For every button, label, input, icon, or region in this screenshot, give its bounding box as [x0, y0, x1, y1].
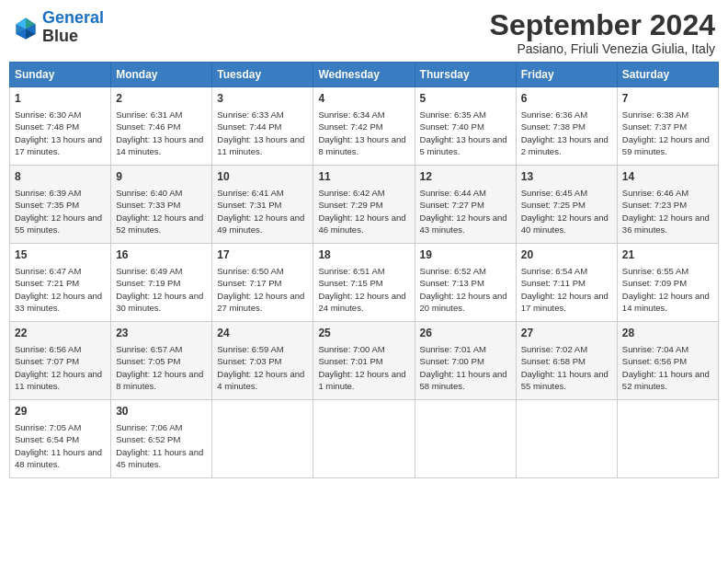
day-number: 29 — [15, 404, 106, 419]
day-info: Sunrise: 6:40 AMSunset: 7:33 PMDaylight:… — [116, 187, 207, 236]
calendar-day-cell: 7Sunrise: 6:38 AMSunset: 7:37 PMDaylight… — [617, 87, 718, 166]
day-number: 24 — [217, 326, 308, 341]
calendar-day-cell: 8Sunrise: 6:39 AMSunset: 7:35 PMDaylight… — [10, 166, 111, 244]
day-number: 17 — [217, 247, 308, 263]
day-info: Sunrise: 6:50 AMSunset: 7:17 PMDaylight:… — [217, 265, 308, 314]
calendar-day-cell: 2Sunrise: 6:31 AMSunset: 7:46 PMDaylight… — [111, 87, 212, 166]
calendar-day-cell: 30Sunrise: 7:06 AMSunset: 6:52 PMDayligh… — [111, 400, 212, 478]
day-info: Sunrise: 6:42 AMSunset: 7:29 PMDaylight:… — [318, 187, 409, 236]
calendar-day-cell: 23Sunrise: 6:57 AMSunset: 7:05 PMDayligh… — [111, 322, 212, 400]
day-number: 15 — [15, 247, 106, 263]
day-info: Sunrise: 6:31 AMSunset: 7:46 PMDaylight:… — [116, 109, 207, 157]
calendar-day-cell: 4Sunrise: 6:34 AMSunset: 7:42 PMDaylight… — [313, 87, 415, 166]
calendar-day-cell — [313, 400, 415, 478]
day-number: 18 — [318, 247, 409, 263]
day-info: Sunrise: 6:49 AMSunset: 7:19 PMDaylight:… — [116, 265, 207, 314]
calendar-day-cell: 6Sunrise: 6:36 AMSunset: 7:38 PMDaylight… — [516, 87, 617, 166]
logo-icon — [13, 15, 39, 40]
calendar-body: 1Sunrise: 6:30 AMSunset: 7:48 PMDaylight… — [10, 87, 719, 478]
day-number: 26 — [420, 326, 511, 341]
header: General Blue September 2024 Pasiano, Fri… — [9, 9, 719, 56]
day-info: Sunrise: 6:33 AMSunset: 7:44 PMDaylight:… — [217, 109, 308, 157]
calendar-header-row: SundayMondayTuesdayWednesdayThursdayFrid… — [10, 63, 719, 87]
calendar-day-cell: 16Sunrise: 6:49 AMSunset: 7:19 PMDayligh… — [111, 244, 212, 322]
day-number: 7 — [622, 91, 713, 107]
day-number: 12 — [420, 169, 511, 185]
logo: General Blue — [13, 9, 104, 46]
day-info: Sunrise: 6:38 AMSunset: 7:37 PMDaylight:… — [622, 109, 713, 157]
calendar-header-cell: Tuesday — [212, 63, 313, 87]
calendar-week-row: 8Sunrise: 6:39 AMSunset: 7:35 PMDaylight… — [10, 166, 719, 244]
calendar-header-cell: Saturday — [617, 63, 718, 87]
calendar-table: SundayMondayTuesdayWednesdayThursdayFrid… — [9, 62, 719, 478]
day-info: Sunrise: 6:45 AMSunset: 7:25 PMDaylight:… — [521, 187, 612, 236]
day-number: 25 — [318, 326, 409, 341]
day-number: 5 — [420, 91, 511, 107]
calendar-day-cell: 21Sunrise: 6:55 AMSunset: 7:09 PMDayligh… — [617, 244, 718, 322]
calendar-day-cell: 25Sunrise: 7:00 AMSunset: 7:01 PMDayligh… — [313, 322, 415, 400]
day-info: Sunrise: 7:02 AMSunset: 6:58 PMDaylight:… — [521, 343, 612, 392]
calendar-day-cell — [617, 400, 718, 478]
calendar-day-cell — [516, 400, 617, 478]
day-number: 14 — [622, 169, 713, 185]
calendar-week-row: 15Sunrise: 6:47 AMSunset: 7:21 PMDayligh… — [10, 244, 719, 322]
day-info: Sunrise: 6:54 AMSunset: 7:11 PMDaylight:… — [521, 265, 612, 314]
day-number: 28 — [622, 326, 713, 341]
day-number: 21 — [622, 247, 713, 263]
day-number: 20 — [521, 247, 612, 263]
day-info: Sunrise: 6:30 AMSunset: 7:48 PMDaylight:… — [15, 109, 106, 157]
calendar-header-cell: Friday — [516, 63, 617, 87]
calendar-day-cell: 29Sunrise: 7:05 AMSunset: 6:54 PMDayligh… — [10, 400, 111, 478]
location-title: Pasiano, Friuli Venezia Giulia, Italy — [490, 41, 715, 56]
day-number: 3 — [217, 91, 308, 107]
day-info: Sunrise: 6:41 AMSunset: 7:31 PMDaylight:… — [217, 187, 308, 236]
title-block: September 2024 Pasiano, Friuli Venezia G… — [490, 9, 715, 56]
day-number: 6 — [521, 91, 612, 107]
day-number: 27 — [521, 326, 612, 341]
calendar-header-cell: Wednesday — [313, 63, 415, 87]
day-number: 8 — [15, 169, 106, 185]
calendar-day-cell: 3Sunrise: 6:33 AMSunset: 7:44 PMDaylight… — [212, 87, 313, 166]
calendar-day-cell: 17Sunrise: 6:50 AMSunset: 7:17 PMDayligh… — [212, 244, 313, 322]
day-info: Sunrise: 6:44 AMSunset: 7:27 PMDaylight:… — [420, 187, 511, 236]
calendar-week-row: 29Sunrise: 7:05 AMSunset: 6:54 PMDayligh… — [10, 400, 719, 478]
day-info: Sunrise: 7:04 AMSunset: 6:56 PMDaylight:… — [622, 343, 713, 392]
day-number: 16 — [116, 247, 207, 263]
calendar-day-cell: 15Sunrise: 6:47 AMSunset: 7:21 PMDayligh… — [10, 244, 111, 322]
calendar-day-cell: 22Sunrise: 6:56 AMSunset: 7:07 PMDayligh… — [10, 322, 111, 400]
calendar-day-cell — [415, 400, 516, 478]
day-info: Sunrise: 6:56 AMSunset: 7:07 PMDaylight:… — [15, 343, 106, 392]
day-number: 1 — [15, 91, 106, 107]
day-info: Sunrise: 6:52 AMSunset: 7:13 PMDaylight:… — [420, 265, 511, 314]
calendar-header-cell: Sunday — [10, 63, 111, 87]
calendar-day-cell: 11Sunrise: 6:42 AMSunset: 7:29 PMDayligh… — [313, 166, 415, 244]
calendar-day-cell: 9Sunrise: 6:40 AMSunset: 7:33 PMDaylight… — [111, 166, 212, 244]
calendar-day-cell: 12Sunrise: 6:44 AMSunset: 7:27 PMDayligh… — [415, 166, 516, 244]
calendar-day-cell: 20Sunrise: 6:54 AMSunset: 7:11 PMDayligh… — [516, 244, 617, 322]
day-number: 9 — [116, 169, 207, 185]
calendar-day-cell: 5Sunrise: 6:35 AMSunset: 7:40 PMDaylight… — [415, 87, 516, 166]
calendar-week-row: 22Sunrise: 6:56 AMSunset: 7:07 PMDayligh… — [10, 322, 719, 400]
calendar-day-cell: 24Sunrise: 6:59 AMSunset: 7:03 PMDayligh… — [212, 322, 313, 400]
day-info: Sunrise: 6:51 AMSunset: 7:15 PMDaylight:… — [318, 265, 409, 314]
calendar-week-row: 1Sunrise: 6:30 AMSunset: 7:48 PMDaylight… — [10, 87, 719, 166]
day-number: 22 — [15, 326, 106, 341]
day-number: 2 — [116, 91, 207, 107]
calendar-day-cell: 14Sunrise: 6:46 AMSunset: 7:23 PMDayligh… — [617, 166, 718, 244]
day-number: 13 — [521, 169, 612, 185]
day-info: Sunrise: 6:34 AMSunset: 7:42 PMDaylight:… — [318, 109, 409, 157]
calendar-header-cell: Thursday — [415, 63, 516, 87]
day-info: Sunrise: 7:06 AMSunset: 6:52 PMDaylight:… — [116, 421, 207, 470]
day-info: Sunrise: 7:01 AMSunset: 7:00 PMDaylight:… — [420, 343, 511, 392]
calendar-day-cell: 18Sunrise: 6:51 AMSunset: 7:15 PMDayligh… — [313, 244, 415, 322]
calendar-day-cell: 13Sunrise: 6:45 AMSunset: 7:25 PMDayligh… — [516, 166, 617, 244]
day-number: 10 — [217, 169, 308, 185]
day-number: 11 — [318, 169, 409, 185]
calendar-day-cell: 19Sunrise: 6:52 AMSunset: 7:13 PMDayligh… — [415, 244, 516, 322]
calendar-day-cell: 27Sunrise: 7:02 AMSunset: 6:58 PMDayligh… — [516, 322, 617, 400]
day-info: Sunrise: 6:47 AMSunset: 7:21 PMDaylight:… — [15, 265, 106, 314]
logo-text: General Blue — [42, 9, 104, 46]
month-title: September 2024 — [490, 9, 715, 41]
calendar-day-cell: 10Sunrise: 6:41 AMSunset: 7:31 PMDayligh… — [212, 166, 313, 244]
day-number: 4 — [318, 91, 409, 107]
